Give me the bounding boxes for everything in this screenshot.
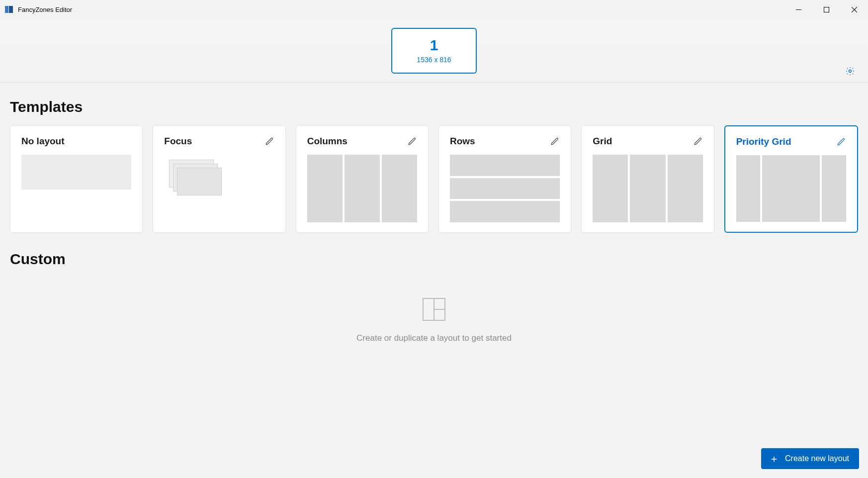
- template-title: Rows: [450, 136, 475, 147]
- template-title: Focus: [164, 136, 192, 147]
- template-preview: [593, 155, 702, 222]
- custom-section: Custom Create or duplicate a layout to g…: [10, 251, 858, 343]
- template-card-priority-grid[interactable]: Priority Grid: [724, 125, 858, 233]
- edit-icon[interactable]: [836, 137, 846, 147]
- maximize-button[interactable]: [812, 0, 840, 19]
- template-title: Priority Grid: [736, 136, 791, 147]
- template-card-rows[interactable]: Rows: [438, 125, 571, 233]
- template-title: Grid: [593, 136, 612, 147]
- monitor-number: 1: [430, 38, 438, 53]
- template-card-columns[interactable]: Columns: [296, 125, 429, 233]
- template-preview: [450, 155, 560, 222]
- create-new-layout-label: Create new layout: [785, 454, 849, 463]
- monitor-card[interactable]: 1 1536 x 816: [391, 28, 477, 74]
- plus-icon: ＋: [769, 454, 779, 464]
- svg-point-3: [849, 70, 852, 73]
- custom-empty-state: Create or duplicate a layout to get star…: [10, 278, 858, 343]
- create-new-layout-button[interactable]: ＋ Create new layout: [761, 448, 859, 469]
- monitor-header: 1 1536 x 816: [0, 19, 868, 83]
- template-preview: [164, 155, 274, 222]
- edit-icon[interactable]: [550, 136, 560, 146]
- svg-rect-2: [824, 7, 829, 12]
- template-card-no-layout[interactable]: No layout: [10, 125, 143, 233]
- layout-empty-icon: [422, 297, 446, 321]
- custom-empty-text: Create or duplicate a layout to get star…: [356, 333, 512, 343]
- svg-rect-0: [5, 6, 8, 13]
- svg-rect-1: [9, 6, 13, 13]
- edit-icon[interactable]: [264, 136, 274, 146]
- template-title: No layout: [21, 136, 65, 147]
- custom-heading: Custom: [10, 251, 858, 268]
- monitor-resolution: 1536 x 816: [417, 56, 451, 64]
- template-title: Columns: [307, 136, 347, 147]
- app-icon: [5, 5, 13, 13]
- template-card-grid[interactable]: Grid: [581, 125, 714, 233]
- content: Templates No layout Focus: [0, 83, 868, 343]
- template-preview: [736, 155, 846, 222]
- titlebar: FancyZones Editor: [0, 0, 868, 19]
- template-preview: [21, 155, 131, 222]
- close-button[interactable]: [840, 0, 868, 19]
- templates-heading: Templates: [10, 98, 858, 115]
- template-card-focus[interactable]: Focus: [153, 125, 285, 233]
- edit-icon[interactable]: [693, 136, 703, 146]
- settings-button[interactable]: [844, 65, 856, 77]
- window-controls: [784, 0, 868, 19]
- window-title: FancyZones Editor: [18, 6, 72, 13]
- minimize-button[interactable]: [784, 0, 812, 19]
- edit-icon[interactable]: [407, 136, 417, 146]
- templates-grid: No layout Focus C: [10, 125, 858, 233]
- template-preview: [307, 155, 417, 222]
